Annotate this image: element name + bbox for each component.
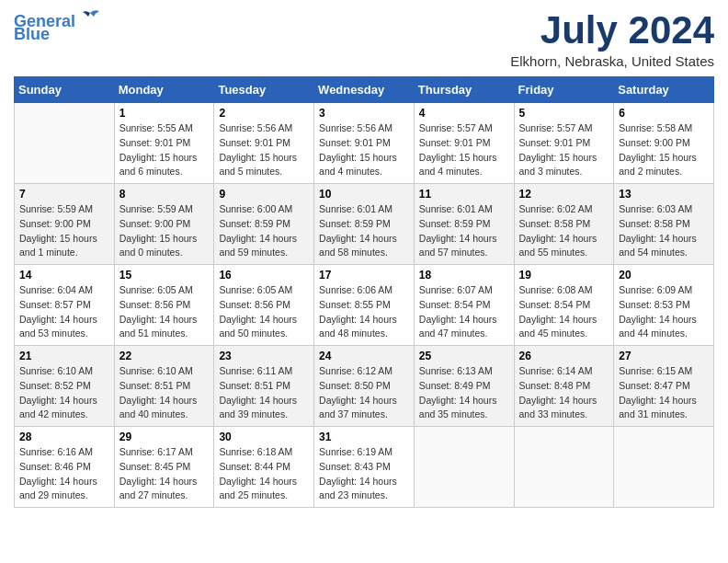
day-info: Sunrise: 6:14 AMSunset: 8:48 PMDaylight:… (519, 364, 609, 422)
day-info: Sunrise: 5:57 AMSunset: 9:01 PMDaylight:… (519, 121, 609, 179)
calendar-week-row: 21Sunrise: 6:10 AMSunset: 8:52 PMDayligh… (15, 346, 714, 427)
day-number: 27 (619, 350, 709, 362)
day-number: 10 (319, 188, 409, 201)
day-info: Sunrise: 6:19 AMSunset: 8:43 PMDaylight:… (319, 445, 409, 503)
calendar-day-cell: 1Sunrise: 5:55 AMSunset: 9:01 PMDaylight… (114, 103, 214, 184)
header-wednesday: Wednesday (314, 77, 415, 103)
day-number: 5 (519, 107, 609, 120)
calendar-day-cell: 27Sunrise: 6:15 AMSunset: 8:47 PMDayligh… (614, 346, 714, 427)
day-number: 6 (619, 107, 709, 120)
calendar-week-row: 28Sunrise: 6:16 AMSunset: 8:46 PMDayligh… (15, 427, 714, 508)
day-number: 30 (219, 431, 309, 443)
calendar-day-cell (514, 427, 614, 508)
header-tuesday: Tuesday (214, 77, 314, 103)
calendar-day-cell (614, 427, 714, 508)
day-info: Sunrise: 6:06 AMSunset: 8:55 PMDaylight:… (319, 283, 409, 341)
day-info: Sunrise: 6:17 AMSunset: 8:45 PMDaylight:… (119, 445, 210, 503)
day-info: Sunrise: 6:02 AMSunset: 8:58 PMDaylight:… (519, 202, 609, 260)
day-info: Sunrise: 6:04 AMSunset: 8:57 PMDaylight:… (19, 283, 109, 341)
day-info: Sunrise: 6:10 AMSunset: 8:51 PMDaylight:… (119, 364, 210, 422)
calendar-table: SundayMondayTuesdayWednesdayThursdayFrid… (14, 76, 714, 508)
day-info: Sunrise: 6:11 AMSunset: 8:51 PMDaylight:… (219, 364, 309, 422)
logo-blue-text: Blue (14, 26, 50, 42)
calendar-day-cell: 31Sunrise: 6:19 AMSunset: 8:43 PMDayligh… (314, 427, 415, 508)
day-number: 14 (19, 269, 109, 282)
day-number: 17 (319, 269, 409, 282)
day-number: 8 (119, 188, 210, 201)
day-number: 20 (619, 269, 709, 282)
header-monday: Monday (114, 77, 214, 103)
calendar-day-cell: 9Sunrise: 6:00 AMSunset: 8:59 PMDaylight… (214, 184, 314, 265)
calendar-day-cell: 22Sunrise: 6:10 AMSunset: 8:51 PMDayligh… (114, 346, 214, 427)
day-info: Sunrise: 6:09 AMSunset: 8:53 PMDaylight:… (619, 283, 709, 341)
day-number: 3 (319, 107, 409, 120)
day-info: Sunrise: 6:13 AMSunset: 8:49 PMDaylight:… (419, 364, 509, 422)
calendar-day-cell: 2Sunrise: 5:56 AMSunset: 9:01 PMDaylight… (214, 103, 314, 184)
logo: General Blue (14, 13, 103, 42)
day-info: Sunrise: 5:57 AMSunset: 9:01 PMDaylight:… (419, 121, 509, 179)
day-info: Sunrise: 6:10 AMSunset: 8:52 PMDaylight:… (19, 364, 109, 422)
day-info: Sunrise: 6:15 AMSunset: 8:47 PMDaylight:… (619, 364, 709, 422)
calendar-day-cell: 19Sunrise: 6:08 AMSunset: 8:54 PMDayligh… (514, 265, 614, 346)
day-info: Sunrise: 6:16 AMSunset: 8:46 PMDaylight:… (19, 445, 109, 503)
day-number: 29 (119, 431, 210, 443)
page-header: General Blue July 2024 Elkhorn, Nebraska… (14, 9, 714, 69)
day-info: Sunrise: 6:12 AMSunset: 8:50 PMDaylight:… (319, 364, 409, 422)
calendar-day-cell: 11Sunrise: 6:01 AMSunset: 8:59 PMDayligh… (414, 184, 514, 265)
calendar-day-cell: 14Sunrise: 6:04 AMSunset: 8:57 PMDayligh… (15, 265, 115, 346)
day-number: 31 (319, 431, 409, 443)
day-number: 12 (519, 188, 609, 201)
day-number: 18 (419, 269, 509, 282)
day-number: 24 (319, 350, 409, 362)
calendar-day-cell: 18Sunrise: 6:07 AMSunset: 8:54 PMDayligh… (414, 265, 514, 346)
calendar-day-cell: 28Sunrise: 6:16 AMSunset: 8:46 PMDayligh… (15, 427, 115, 508)
day-info: Sunrise: 6:03 AMSunset: 8:58 PMDaylight:… (619, 202, 709, 260)
calendar-week-row: 7Sunrise: 5:59 AMSunset: 9:00 PMDaylight… (15, 184, 714, 265)
calendar-day-cell: 26Sunrise: 6:14 AMSunset: 8:48 PMDayligh… (514, 346, 614, 427)
day-info: Sunrise: 5:56 AMSunset: 9:01 PMDaylight:… (219, 121, 309, 179)
day-number: 23 (219, 350, 309, 362)
day-number: 1 (119, 107, 210, 120)
day-number: 4 (419, 107, 509, 120)
day-info: Sunrise: 6:18 AMSunset: 8:44 PMDaylight:… (219, 445, 309, 503)
day-info: Sunrise: 6:01 AMSunset: 8:59 PMDaylight:… (319, 202, 409, 260)
calendar-header-row: SundayMondayTuesdayWednesdayThursdayFrid… (15, 77, 714, 103)
header-thursday: Thursday (414, 77, 514, 103)
calendar-day-cell: 29Sunrise: 6:17 AMSunset: 8:45 PMDayligh… (114, 427, 214, 508)
day-info: Sunrise: 6:00 AMSunset: 8:59 PMDaylight:… (219, 202, 309, 260)
calendar-day-cell: 8Sunrise: 5:59 AMSunset: 9:00 PMDaylight… (114, 184, 214, 265)
day-info: Sunrise: 5:58 AMSunset: 9:00 PMDaylight:… (619, 121, 709, 179)
calendar-day-cell: 12Sunrise: 6:02 AMSunset: 8:58 PMDayligh… (514, 184, 614, 265)
day-info: Sunrise: 5:55 AMSunset: 9:01 PMDaylight:… (119, 121, 210, 179)
calendar-week-row: 14Sunrise: 6:04 AMSunset: 8:57 PMDayligh… (15, 265, 714, 346)
header-friday: Friday (514, 77, 614, 103)
location: Elkhorn, Nebraska, United States (510, 53, 714, 69)
day-number: 28 (19, 431, 109, 443)
header-sunday: Sunday (15, 77, 115, 103)
calendar-day-cell: 7Sunrise: 5:59 AMSunset: 9:00 PMDaylight… (15, 184, 115, 265)
day-number: 15 (119, 269, 210, 282)
day-info: Sunrise: 6:05 AMSunset: 8:56 PMDaylight:… (219, 283, 309, 341)
day-info: Sunrise: 6:05 AMSunset: 8:56 PMDaylight:… (119, 283, 210, 341)
header-saturday: Saturday (614, 77, 714, 103)
day-info: Sunrise: 5:59 AMSunset: 9:00 PMDaylight:… (119, 202, 210, 260)
day-number: 7 (19, 188, 109, 201)
day-info: Sunrise: 5:56 AMSunset: 9:01 PMDaylight:… (319, 121, 409, 179)
calendar-day-cell: 25Sunrise: 6:13 AMSunset: 8:49 PMDayligh… (414, 346, 514, 427)
day-number: 2 (219, 107, 309, 120)
calendar-day-cell: 10Sunrise: 6:01 AMSunset: 8:59 PMDayligh… (314, 184, 415, 265)
title-block: July 2024 Elkhorn, Nebraska, United Stat… (510, 9, 714, 69)
calendar-day-cell: 13Sunrise: 6:03 AMSunset: 8:58 PMDayligh… (614, 184, 714, 265)
calendar-day-cell: 21Sunrise: 6:10 AMSunset: 8:52 PMDayligh… (15, 346, 115, 427)
day-number: 26 (519, 350, 609, 362)
day-number: 19 (519, 269, 609, 282)
calendar-day-cell: 5Sunrise: 5:57 AMSunset: 9:01 PMDaylight… (514, 103, 614, 184)
month-title: July 2024 (510, 9, 714, 52)
calendar-day-cell: 6Sunrise: 5:58 AMSunset: 9:00 PMDaylight… (614, 103, 714, 184)
calendar-day-cell (15, 103, 115, 184)
day-info: Sunrise: 5:59 AMSunset: 9:00 PMDaylight:… (19, 202, 109, 260)
day-number: 11 (419, 188, 509, 201)
day-number: 9 (219, 188, 309, 201)
calendar-day-cell: 16Sunrise: 6:05 AMSunset: 8:56 PMDayligh… (214, 265, 314, 346)
logo-bird-icon (77, 9, 103, 29)
